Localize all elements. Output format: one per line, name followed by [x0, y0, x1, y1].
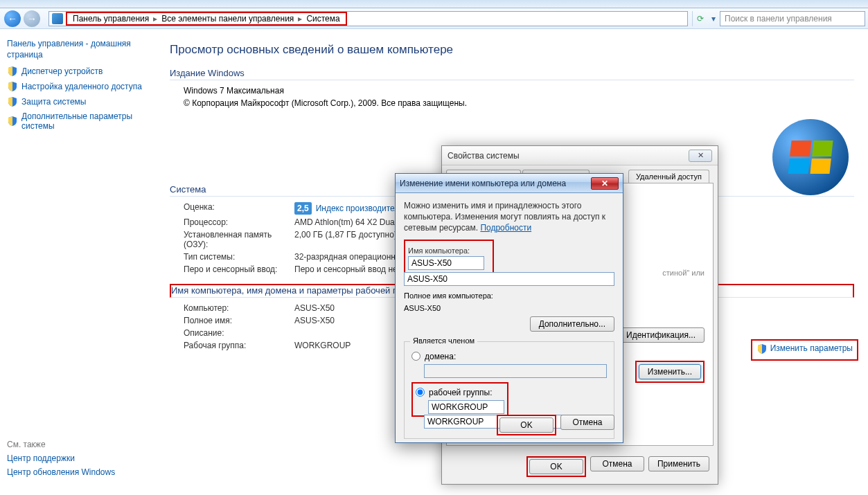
apply-button[interactable]: Применить: [648, 456, 709, 471]
change-settings-link[interactable]: Изменить параметры: [770, 343, 853, 353]
radio-domain[interactable]: домена:: [411, 352, 607, 361]
full-name-label: Полное имя компьютера:: [404, 291, 614, 300]
shield-icon: [756, 343, 768, 357]
fullname-value: ASUS-X50: [294, 316, 335, 325]
edition-value: Windows 7 Максимальная: [184, 86, 284, 96]
sidebar-see-also: См. также Центр поддержки Центр обновлен…: [7, 440, 145, 481]
shield-icon: [7, 66, 18, 77]
dialog-title: Изменение имени компьютера или домена: [400, 179, 591, 188]
workgroup-input[interactable]: [428, 400, 504, 414]
description-label: Описание:: [184, 328, 294, 338]
dialog-title: Свойства системы: [448, 151, 689, 161]
computer-label: Компьютер:: [184, 303, 294, 313]
breadcrumb-item[interactable]: Все элементы панели управления: [157, 14, 298, 24]
computer-name-input-full[interactable]: [404, 272, 614, 286]
sidebar-item-advanced[interactable]: Дополнительные параметры системы: [7, 111, 142, 131]
dialog-titlebar[interactable]: Изменение имени компьютера или домена ✕: [396, 174, 623, 193]
identification-button[interactable]: Идентификация...: [617, 327, 705, 343]
sidebar-item-protection[interactable]: Защита системы: [7, 96, 142, 107]
see-also-action-center[interactable]: Центр поддержки: [7, 453, 145, 463]
page-title: Просмотр основных сведений о вашем компь…: [170, 43, 854, 57]
control-panel-icon: [52, 13, 63, 24]
forward-button[interactable]: →: [24, 10, 40, 27]
section-edition: Издание Windows: [170, 68, 854, 80]
close-button[interactable]: ✕: [689, 150, 712, 162]
dropdown-icon[interactable]: ▾: [707, 14, 720, 24]
back-button[interactable]: ←: [4, 10, 21, 27]
computer-name-label: Имя компьютера:: [408, 246, 490, 255]
ram-value: 2,00 ГБ (1,87 ГБ доступно): [294, 230, 397, 249]
shield-icon: [7, 81, 18, 92]
systype-label: Тип системы:: [184, 252, 294, 262]
search-input[interactable]: Поиск в панели управления: [720, 11, 865, 26]
dialog-buttons: OK Отмена Применить: [526, 456, 709, 477]
domain-input: [424, 364, 607, 378]
ok-button[interactable]: OK: [499, 417, 553, 433]
computer-name-dialog: Изменение имени компьютера или домена ✕ …: [395, 173, 623, 443]
full-name-value: ASUS-X50: [404, 304, 614, 312]
address-bar[interactable]: Панель управления ▸ Все элементы панели …: [48, 11, 688, 26]
shield-icon: [7, 96, 18, 107]
computer-name-input[interactable]: [408, 256, 484, 270]
details-link[interactable]: Подробности: [480, 223, 531, 233]
windows-logo-icon: [772, 119, 849, 195]
ram-label: Установленная память (ОЗУ):: [184, 230, 294, 249]
cpu-label: Процессор:: [184, 217, 294, 227]
browser-tabs-strip: [0, 0, 868, 8]
sidebar-item-device-manager[interactable]: Диспетчер устройств: [7, 66, 142, 77]
see-also-windows-update[interactable]: Центр обновления Windows: [7, 467, 145, 477]
see-also-header: См. также: [7, 440, 145, 449]
search-placeholder: Поиск в панели управления: [725, 14, 832, 24]
cancel-button[interactable]: Отмена: [560, 415, 614, 430]
computer-value: ASUS-X50: [294, 303, 335, 313]
dialog-titlebar[interactable]: Свойства системы ✕: [442, 146, 718, 165]
ok-button[interactable]: OK: [529, 459, 583, 474]
rating-label: Оценка:: [184, 202, 294, 215]
copyright-text: © Корпорация Майкрософт (Microsoft Corp.…: [184, 98, 467, 108]
sidebar: Панель управления - домашняя страница Ди…: [0, 29, 149, 495]
dialog-buttons: OK Отмена: [497, 415, 614, 435]
breadcrumb-item[interactable]: Панель управления: [69, 14, 153, 24]
radio-workgroup[interactable]: рабочей группы:: [416, 388, 504, 397]
workgroup-value: WORKGROUP: [294, 341, 351, 350]
pen-label: Перо и сенсорный ввод:: [184, 264, 294, 274]
shield-icon: [7, 116, 18, 127]
dialog-description: Можно изменить имя и принадлежность этог…: [404, 200, 614, 234]
cancel-button[interactable]: Отмена: [590, 456, 644, 471]
workgroup-label: Рабочая группа:: [184, 341, 294, 350]
breadcrumb-item[interactable]: Система: [302, 14, 344, 24]
refresh-button[interactable]: ⟳: [692, 11, 707, 26]
explorer-toolbar: ← → Панель управления ▸ Все элементы пан…: [0, 8, 868, 29]
change-settings-link-box: Изменить параметры: [751, 339, 858, 361]
fullname-label: Полное имя:: [184, 316, 294, 325]
group-legend: Является членом: [410, 336, 477, 345]
tab-remote[interactable]: Удаленный доступ: [628, 170, 709, 183]
sidebar-item-remote[interactable]: Настройка удаленного доступа: [7, 81, 142, 92]
sidebar-home-link[interactable]: Панель управления - домашняя страница: [7, 39, 142, 60]
change-button[interactable]: Изменить...: [639, 364, 701, 379]
close-button[interactable]: ✕: [591, 177, 619, 190]
more-button[interactable]: Дополнительно...: [530, 316, 614, 332]
